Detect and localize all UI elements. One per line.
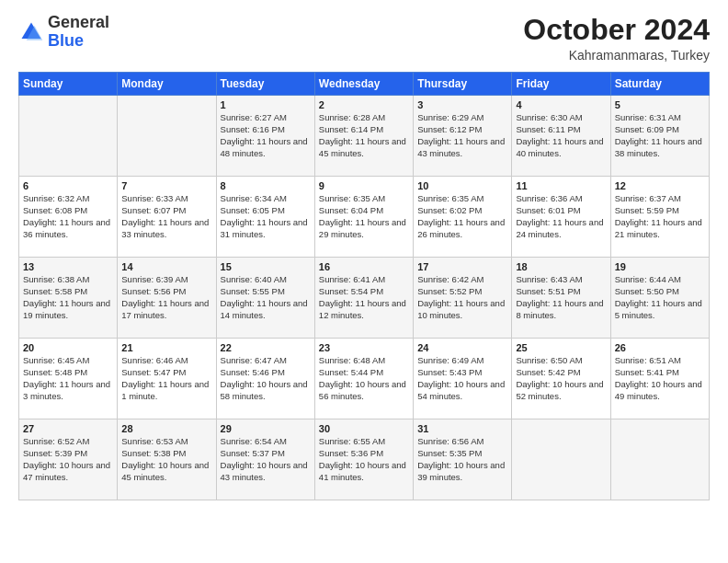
logo-blue: Blue [48,31,84,50]
day-cell: 29Sunrise: 6:54 AMSunset: 5:37 PMDayligh… [216,419,314,500]
day-number: 25 [516,342,606,353]
col-header-sunday: Sunday [19,73,118,96]
day-cell [512,419,610,500]
day-cell: 24Sunrise: 6:49 AMSunset: 5:43 PMDayligh… [414,339,512,419]
week-row-4: 27Sunrise: 6:52 AMSunset: 5:39 PMDayligh… [19,419,710,500]
day-cell: 30Sunrise: 6:55 AMSunset: 5:36 PMDayligh… [314,419,413,500]
cell-content: Sunrise: 6:55 AMSunset: 5:36 PMDaylight:… [319,436,409,483]
title-block: October 2024 Kahramanmaras, Turkey [523,14,710,63]
location: Kahramanmaras, Turkey [523,48,710,63]
cell-content: Sunrise: 6:47 AMSunset: 5:46 PMDaylight:… [221,355,311,402]
cell-content: Sunrise: 6:40 AMSunset: 5:55 PMDaylight:… [221,274,311,321]
cell-content: Sunrise: 6:38 AMSunset: 5:58 PMDaylight:… [23,274,113,321]
day-number: 9 [319,180,409,191]
day-number: 28 [121,423,211,434]
day-cell: 28Sunrise: 6:53 AMSunset: 5:38 PMDayligh… [118,419,216,500]
day-number: 14 [121,261,211,272]
day-cell: 9Sunrise: 6:35 AMSunset: 6:04 PMDaylight… [314,177,413,258]
cell-content: Sunrise: 6:53 AMSunset: 5:38 PMDaylight:… [121,436,211,483]
day-cell: 23Sunrise: 6:48 AMSunset: 5:44 PMDayligh… [314,339,413,419]
day-number: 12 [615,180,705,191]
day-number: 16 [319,261,409,272]
day-number: 27 [23,423,113,434]
cell-content: Sunrise: 6:30 AMSunset: 6:11 PMDaylight:… [516,112,606,159]
day-cell: 3Sunrise: 6:29 AMSunset: 6:12 PMDaylight… [414,96,512,177]
day-number: 10 [417,180,507,191]
cell-content: Sunrise: 6:54 AMSunset: 5:37 PMDaylight:… [221,436,311,483]
day-cell: 16Sunrise: 6:41 AMSunset: 5:54 PMDayligh… [314,258,413,339]
day-cell: 10Sunrise: 6:35 AMSunset: 6:02 PMDayligh… [414,177,512,258]
day-number: 20 [23,342,113,353]
day-cell: 6Sunrise: 6:32 AMSunset: 6:08 PMDaylight… [19,177,118,258]
cell-content: Sunrise: 6:41 AMSunset: 5:54 PMDaylight:… [319,274,409,321]
day-cell: 5Sunrise: 6:31 AMSunset: 6:09 PMDaylight… [610,96,709,177]
day-number: 29 [221,423,311,434]
day-number: 22 [221,342,311,353]
logo-general: General [48,13,109,31]
cell-content: Sunrise: 6:33 AMSunset: 6:07 PMDaylight:… [121,193,211,240]
day-number: 26 [615,342,705,353]
day-number: 15 [221,261,311,272]
cell-content: Sunrise: 6:35 AMSunset: 6:04 PMDaylight:… [319,193,409,240]
day-cell: 31Sunrise: 6:56 AMSunset: 5:35 PMDayligh… [414,419,512,500]
day-cell: 17Sunrise: 6:42 AMSunset: 5:52 PMDayligh… [414,258,512,339]
day-number: 7 [121,180,211,191]
cell-content: Sunrise: 6:51 AMSunset: 5:41 PMDaylight:… [615,355,705,402]
day-number: 11 [516,180,606,191]
day-cell [610,419,709,500]
cell-content: Sunrise: 6:42 AMSunset: 5:52 PMDaylight:… [417,274,507,321]
cell-content: Sunrise: 6:34 AMSunset: 6:05 PMDaylight:… [221,193,311,240]
day-number: 24 [417,342,507,353]
day-cell: 14Sunrise: 6:39 AMSunset: 5:56 PMDayligh… [118,258,216,339]
day-number: 19 [615,261,705,272]
day-number: 17 [417,261,507,272]
week-row-2: 13Sunrise: 6:38 AMSunset: 5:58 PMDayligh… [19,258,710,339]
day-cell: 19Sunrise: 6:44 AMSunset: 5:50 PMDayligh… [610,258,709,339]
cell-content: Sunrise: 6:44 AMSunset: 5:50 PMDaylight:… [615,274,705,321]
day-cell: 4Sunrise: 6:30 AMSunset: 6:11 PMDaylight… [512,96,610,177]
week-row-3: 20Sunrise: 6:45 AMSunset: 5:48 PMDayligh… [19,339,710,419]
day-cell: 2Sunrise: 6:28 AMSunset: 6:14 PMDaylight… [314,96,413,177]
cell-content: Sunrise: 6:39 AMSunset: 5:56 PMDaylight:… [121,274,211,321]
col-header-tuesday: Tuesday [216,73,314,96]
day-cell [19,96,118,177]
month-title: October 2024 [523,14,710,46]
day-number: 4 [516,99,606,110]
day-number: 1 [221,99,311,110]
day-number: 8 [221,180,311,191]
day-cell: 26Sunrise: 6:51 AMSunset: 5:41 PMDayligh… [610,339,709,419]
cell-content: Sunrise: 6:27 AMSunset: 6:16 PMDaylight:… [221,112,311,159]
day-cell: 11Sunrise: 6:36 AMSunset: 6:01 PMDayligh… [512,177,610,258]
cell-content: Sunrise: 6:35 AMSunset: 6:02 PMDaylight:… [417,193,507,240]
day-number: 2 [319,99,409,110]
calendar-table: SundayMondayTuesdayWednesdayThursdayFrid… [18,72,710,500]
day-number: 18 [516,261,606,272]
cell-content: Sunrise: 6:28 AMSunset: 6:14 PMDaylight:… [319,112,409,159]
day-cell: 21Sunrise: 6:46 AMSunset: 5:47 PMDayligh… [118,339,216,419]
col-header-wednesday: Wednesday [314,73,413,96]
cell-content: Sunrise: 6:37 AMSunset: 5:59 PMDaylight:… [615,193,705,240]
day-cell: 15Sunrise: 6:40 AMSunset: 5:55 PMDayligh… [216,258,314,339]
day-cell: 13Sunrise: 6:38 AMSunset: 5:58 PMDayligh… [19,258,118,339]
cell-content: Sunrise: 6:50 AMSunset: 5:42 PMDaylight:… [516,355,606,402]
cell-content: Sunrise: 6:32 AMSunset: 6:08 PMDaylight:… [23,193,113,240]
day-number: 23 [319,342,409,353]
col-header-saturday: Saturday [610,73,709,96]
col-header-monday: Monday [118,73,216,96]
day-cell: 7Sunrise: 6:33 AMSunset: 6:07 PMDaylight… [118,177,216,258]
day-cell: 22Sunrise: 6:47 AMSunset: 5:46 PMDayligh… [216,339,314,419]
day-number: 3 [417,99,507,110]
day-cell: 12Sunrise: 6:37 AMSunset: 5:59 PMDayligh… [610,177,709,258]
cell-content: Sunrise: 6:48 AMSunset: 5:44 PMDaylight:… [319,355,409,402]
col-header-friday: Friday [512,73,610,96]
day-cell: 20Sunrise: 6:45 AMSunset: 5:48 PMDayligh… [19,339,118,419]
day-cell [118,96,216,177]
day-cell: 1Sunrise: 6:27 AMSunset: 6:16 PMDaylight… [216,96,314,177]
logo: General Blue [18,14,109,51]
day-number: 6 [23,180,113,191]
page: General Blue October 2024 Kahramanmaras,… [0,0,728,563]
day-cell: 25Sunrise: 6:50 AMSunset: 5:42 PMDayligh… [512,339,610,419]
day-number: 5 [615,99,705,110]
day-number: 21 [121,342,211,353]
day-number: 31 [417,423,507,434]
